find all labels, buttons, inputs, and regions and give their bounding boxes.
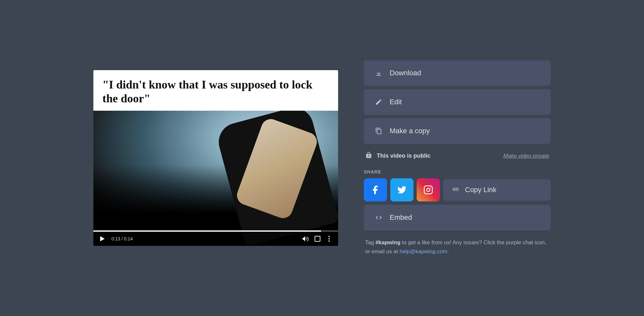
tag-before: Tag xyxy=(365,239,375,246)
tag-hashtag: #kapwing xyxy=(375,239,400,246)
make-copy-button[interactable]: Make a copy xyxy=(364,118,551,144)
make-private-link[interactable]: Make video private xyxy=(503,153,549,159)
video-controls: 0:13 / 0:14 xyxy=(93,232,338,246)
volume-button[interactable] xyxy=(302,235,310,243)
play-triangle-icon xyxy=(100,236,105,241)
video-scene xyxy=(93,111,338,246)
share-section: SHARE xyxy=(364,169,551,201)
video-title: "I didn't know that I was supposed to lo… xyxy=(93,70,338,111)
embed-label: Embed xyxy=(390,213,412,222)
svg-rect-0 xyxy=(424,186,432,194)
video-progress-area: 0:13 / 0:14 xyxy=(93,230,338,246)
fullscreen-button[interactable] xyxy=(314,235,321,243)
share-row: Copy Link xyxy=(364,178,551,201)
tag-after: . xyxy=(447,248,449,255)
edit-icon xyxy=(374,98,383,107)
instagram-button[interactable] xyxy=(417,178,440,201)
action-panel: Download Edit Make a copy This video is … xyxy=(364,60,551,256)
video-progress-fill xyxy=(93,230,321,232)
download-icon xyxy=(374,69,383,78)
tag-text: Tag #kapwing to get a like from us! Any … xyxy=(364,238,551,256)
download-label: Download xyxy=(390,69,421,77)
more-options-button[interactable] xyxy=(325,235,333,243)
help-email-link[interactable]: help@kapwing.com xyxy=(400,248,448,255)
video-time: 0:13 / 0:14 xyxy=(111,236,133,241)
facebook-button[interactable] xyxy=(364,178,387,201)
twitter-button[interactable] xyxy=(390,178,413,201)
more-dots-icon xyxy=(328,236,330,242)
embed-icon xyxy=(374,213,383,222)
time-separator: / xyxy=(121,236,124,241)
privacy-status: This video is public xyxy=(377,153,431,159)
lock-icon xyxy=(365,152,372,160)
make-copy-label: Make a copy xyxy=(390,127,430,135)
copy-link-button[interactable]: Copy Link xyxy=(443,179,551,201)
link-icon xyxy=(452,186,459,194)
edit-button[interactable]: Edit xyxy=(364,89,551,115)
total-time: 0:14 xyxy=(124,236,133,241)
copy-link-label: Copy Link xyxy=(465,186,497,194)
play-button[interactable] xyxy=(99,235,106,243)
video-panel: "I didn't know that I was supposed to lo… xyxy=(93,70,338,246)
share-label: SHARE xyxy=(364,169,551,174)
current-time: 0:13 xyxy=(111,236,120,241)
video-container: "I didn't know that I was supposed to lo… xyxy=(93,70,338,246)
embed-button[interactable]: Embed xyxy=(364,205,551,230)
fullscreen-icon xyxy=(315,236,320,242)
privacy-row: This video is public Make video private xyxy=(364,147,551,165)
edit-label: Edit xyxy=(390,98,402,106)
download-button[interactable]: Download xyxy=(364,60,551,86)
copy-icon xyxy=(374,126,383,135)
video-progress-bar[interactable] xyxy=(93,230,338,232)
video-frame[interactable]: 0:13 / 0:14 xyxy=(93,111,338,246)
